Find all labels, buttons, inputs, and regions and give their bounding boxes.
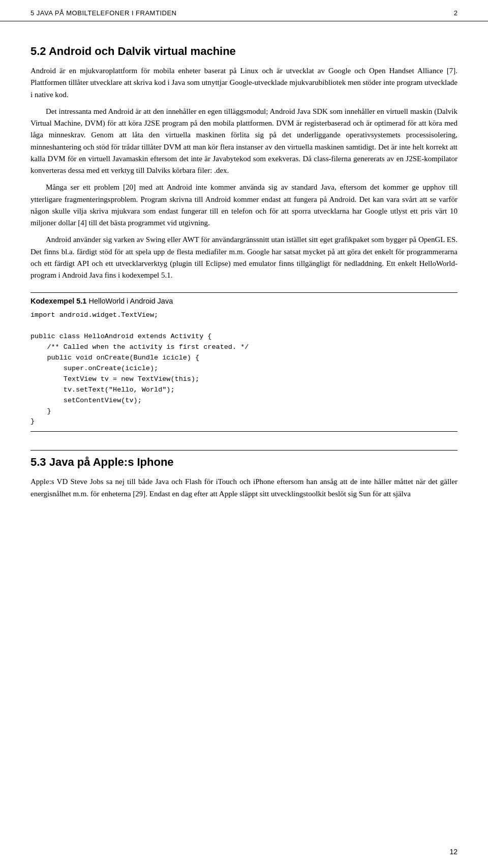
- header-title: 5 JAVA PÅ MOBILTELEFONER I FRAMTIDEN: [30, 9, 176, 17]
- section-52-para-2: Det intressanta med Android är att den i…: [30, 106, 458, 177]
- section-53-para-1: Apple:s VD Steve Jobs sa nej till både J…: [30, 476, 458, 500]
- main-content: 5.2 Android och Dalvik virtual machine A…: [0, 21, 488, 525]
- footer-page-number: 12: [449, 848, 458, 856]
- section-52-para-3: Många ser ett problem [20] med att Andro…: [30, 182, 458, 229]
- section-53: 5.3 Java på Apple:s Iphone Apple:s VD St…: [30, 450, 458, 500]
- section-52-para-1: Android är en mjukvaroplattform för mobi…: [30, 65, 458, 101]
- section-divider: [30, 450, 458, 451]
- section-52-para-4: Android använder sig varken av Swing ell…: [30, 234, 458, 281]
- page: 5 JAVA PÅ MOBILTELEFONER I FRAMTIDEN 2 5…: [0, 0, 488, 868]
- section-53-heading: 5.3 Java på Apple:s Iphone: [30, 456, 458, 469]
- code-example-title: Kodexempel 5.1 HelloWorld i Android Java: [30, 297, 458, 306]
- section-52-heading: 5.2 Android och Dalvik virtual machine: [30, 45, 458, 58]
- code-example-content: import android.widget.TextView; public c…: [30, 310, 458, 427]
- header-page-number: 2: [454, 9, 458, 17]
- code-example-box: Kodexempel 5.1 HelloWorld i Android Java…: [30, 292, 458, 432]
- page-footer: 12: [449, 848, 458, 856]
- page-header: 5 JAVA PÅ MOBILTELEFONER I FRAMTIDEN 2: [0, 0, 488, 21]
- code-example-label-normal: HelloWorld i Android Java: [86, 297, 173, 305]
- code-example-label-bold: Kodexempel 5.1: [30, 297, 86, 305]
